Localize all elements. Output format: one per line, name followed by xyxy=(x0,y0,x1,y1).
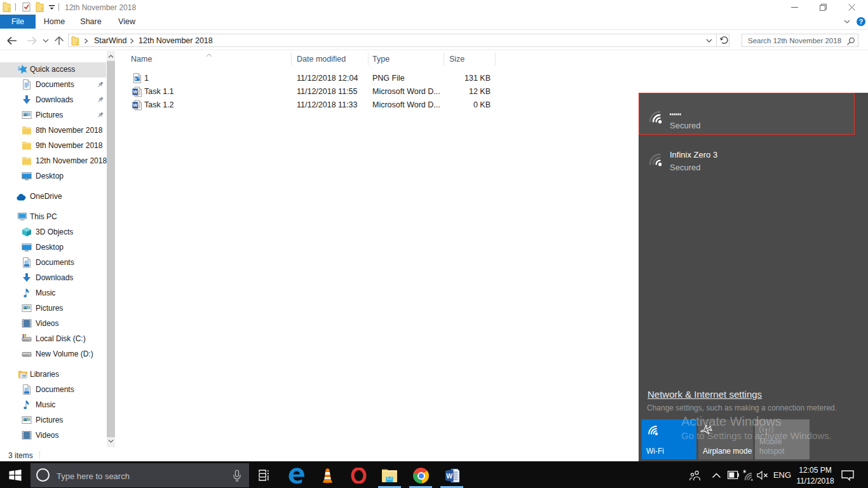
svg-text:W: W xyxy=(446,472,452,480)
svg-text:W: W xyxy=(133,89,138,95)
svg-text:W: W xyxy=(133,102,138,108)
